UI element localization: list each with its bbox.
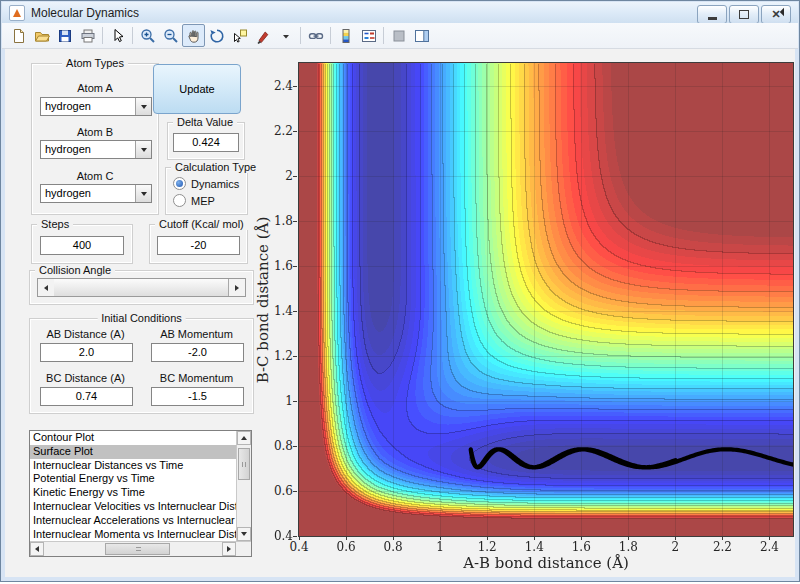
pan-hand-icon[interactable]: [182, 24, 205, 47]
bc-distance-label: BC Distance (A): [30, 372, 141, 384]
dynamics-radio-row[interactable]: Dynamics: [173, 177, 239, 190]
toolbar-separator: [330, 27, 331, 44]
atom-a-label: Atom A: [32, 82, 158, 94]
atom-c-value: hydrogen: [45, 186, 91, 201]
scroll-down-button[interactable]: [237, 527, 251, 541]
open-folder-icon[interactable]: [30, 24, 53, 47]
zoom-in-icon[interactable]: [136, 24, 159, 47]
mep-radio-label: MEP: [191, 195, 215, 207]
x-tick-mark: [346, 536, 347, 540]
scroll-right-button[interactable]: [222, 542, 236, 556]
thumb-grip: [242, 462, 246, 467]
screenshot-stage: Molecular Dynamics ✕ Atom Types Atom A h…: [0, 0, 800, 584]
cutoff-panel: Cutoff (Kcal/ mol) -20: [149, 224, 248, 264]
horizontal-scroll-thumb[interactable]: [105, 543, 170, 555]
y-tick-label: 0.8: [257, 439, 293, 453]
x-tick-label: 1.4: [517, 540, 551, 554]
new-document-icon[interactable]: [7, 24, 30, 47]
brush-icon[interactable]: [251, 24, 274, 47]
x-tick-label: 2: [658, 540, 692, 554]
y-tick-mark: [293, 491, 297, 492]
x-tick-mark: [534, 536, 535, 540]
update-button[interactable]: Update: [153, 64, 241, 114]
arrow-cursor-icon[interactable]: [106, 24, 129, 47]
atom-c-dropdown[interactable]: hydrogen: [40, 184, 152, 203]
close-button[interactable]: ✕: [761, 5, 791, 24]
list-item[interactable]: Potential Energy vs Time: [30, 472, 236, 486]
plot-type-listbox[interactable]: Contour PlotSurface PlotInternuclear Dis…: [29, 430, 252, 557]
y-tick-mark: [293, 311, 297, 312]
link-plot-icon[interactable]: [304, 24, 327, 47]
hide-plot-tools-icon[interactable]: [387, 24, 410, 47]
x-tick-mark: [628, 536, 629, 540]
scroll-up-button[interactable]: [237, 431, 251, 445]
y-tick-label: 2: [257, 169, 293, 183]
x-axis-label: A-B bond distance (Å): [396, 554, 696, 572]
x-tick-mark: [393, 536, 394, 540]
list-item[interactable]: Internuclear Distances vs Time: [30, 459, 236, 473]
atom-c-dropdown-button[interactable]: [135, 185, 151, 202]
steps-panel: Steps 400: [31, 224, 133, 264]
atom-b-dropdown-button[interactable]: [135, 141, 151, 158]
horizontal-scrollbar[interactable]: [30, 541, 251, 556]
ab-distance-field[interactable]: 2.0: [40, 343, 133, 362]
atom-b-dropdown[interactable]: hydrogen: [40, 140, 152, 159]
vertical-scroll-thumb[interactable]: [238, 448, 250, 480]
y-tick-mark: [293, 356, 297, 357]
data-cursor-icon[interactable]: [228, 24, 251, 47]
slider-thumb[interactable]: [54, 279, 230, 296]
x-tick-mark: [769, 536, 770, 540]
app-window: Molecular Dynamics ✕ Atom Types Atom A h…: [0, 0, 800, 582]
atom-a-dropdown-button[interactable]: [135, 98, 151, 115]
show-plot-tools-icon[interactable]: [410, 24, 433, 47]
save-icon[interactable]: [53, 24, 76, 47]
atom-c-label: Atom C: [32, 170, 158, 182]
bc-momentum-field[interactable]: -1.5: [151, 387, 244, 406]
list-item[interactable]: Internuclear Accelerations vs Internucle…: [30, 514, 236, 528]
rotate-3d-icon[interactable]: [205, 24, 228, 47]
delta-value-title: Delta Value: [173, 116, 237, 128]
potential-energy-surface-canvas[interactable]: [299, 63, 793, 536]
steps-field[interactable]: 400: [40, 236, 124, 255]
insert-legend-icon[interactable]: [357, 24, 380, 47]
dropdown-caret-icon[interactable]: [274, 24, 297, 47]
dynamics-radio[interactable]: [173, 177, 186, 190]
x-tick-mark: [722, 536, 723, 540]
x-tick-label: 2.4: [752, 540, 786, 554]
restore-button[interactable]: [729, 5, 759, 24]
slider-left-button[interactable]: [38, 279, 55, 296]
contour-plot-axes[interactable]: [298, 62, 794, 537]
bc-distance-field[interactable]: 0.74: [40, 387, 133, 406]
y-axis-label: B-C bond distance (Å): [254, 200, 272, 400]
atom-a-dropdown[interactable]: hydrogen: [40, 97, 152, 116]
minimize-button[interactable]: [697, 5, 727, 24]
list-item[interactable]: Surface Plot: [30, 445, 236, 459]
mep-radio[interactable]: [173, 194, 186, 207]
x-tick-label: 1.8: [611, 540, 645, 554]
initial-conditions-title: Initial Conditions: [97, 312, 186, 324]
mep-radio-row[interactable]: MEP: [173, 194, 215, 207]
list-item[interactable]: Internuclear Momenta vs Internuclear Dis…: [30, 528, 236, 541]
vertical-scrollbar[interactable]: [236, 431, 251, 541]
list-item[interactable]: Internuclear Velocities vs Internuclear …: [30, 500, 236, 514]
zoom-out-icon[interactable]: [159, 24, 182, 47]
print-icon[interactable]: [76, 24, 99, 47]
list-item[interactable]: Contour Plot: [30, 431, 236, 445]
scroll-left-button[interactable]: [30, 542, 44, 556]
delta-value-field[interactable]: 0.424: [173, 133, 239, 152]
x-tick-label: 1.6: [564, 540, 598, 554]
y-tick-mark: [293, 536, 297, 537]
title-bar[interactable]: Molecular Dynamics ✕: [2, 2, 798, 23]
arrow-left-icon: [35, 546, 39, 552]
arrow-up-icon: [241, 436, 247, 440]
y-tick-mark: [293, 131, 297, 132]
list-item[interactable]: Kinetic Energy vs Time: [30, 486, 236, 500]
collision-angle-slider[interactable]: [37, 278, 246, 297]
cutoff-field[interactable]: -20: [157, 236, 240, 255]
ab-momentum-field[interactable]: -2.0: [151, 343, 244, 362]
insert-colorbar-icon[interactable]: [334, 24, 357, 47]
chevron-down-icon: [141, 105, 147, 109]
dynamics-radio-label: Dynamics: [191, 178, 239, 190]
slider-right-button[interactable]: [228, 279, 245, 296]
y-tick-mark: [293, 221, 297, 222]
